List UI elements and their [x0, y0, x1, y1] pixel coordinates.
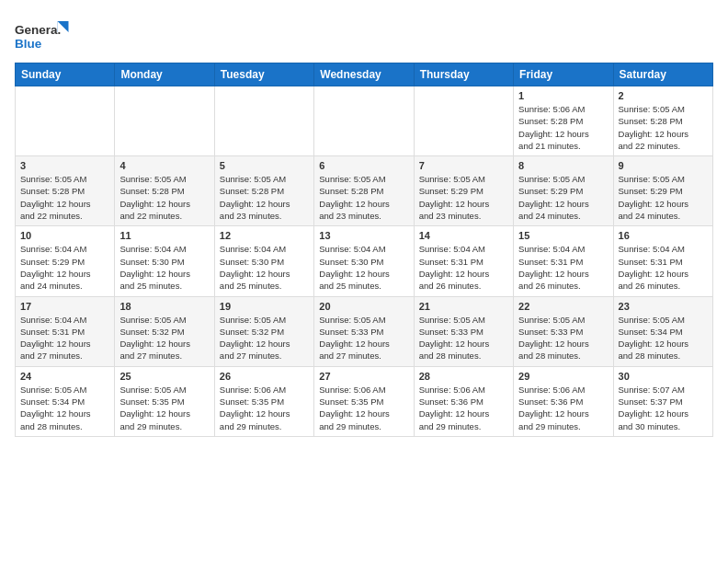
day-number: 18 [119, 301, 209, 312]
day-number: 16 [619, 230, 708, 241]
day-number: 22 [518, 301, 608, 312]
day-number: 3 [20, 160, 109, 171]
day-info: Sunrise: 5:05 AM Sunset: 5:28 PM Dayligh… [619, 103, 708, 152]
day-number: 9 [619, 160, 708, 171]
calendar-cell: 1Sunrise: 5:06 AM Sunset: 5:28 PM Daylig… [514, 86, 613, 156]
day-info: Sunrise: 5:05 AM Sunset: 5:28 PM Dayligh… [119, 173, 209, 222]
day-number: 23 [619, 301, 708, 312]
calendar-cell: 28Sunrise: 5:06 AM Sunset: 5:36 PM Dayli… [414, 366, 513, 436]
day-number: 15 [518, 230, 608, 241]
day-number: 14 [419, 230, 508, 241]
weekday-header-thursday: Thursday [414, 63, 513, 86]
day-info: Sunrise: 5:07 AM Sunset: 5:37 PM Dayligh… [619, 384, 708, 432]
calendar-cell: 27Sunrise: 5:06 AM Sunset: 5:35 PM Dayli… [314, 366, 414, 436]
week-row-2: 3Sunrise: 5:05 AM Sunset: 5:28 PM Daylig… [16, 156, 713, 226]
weekday-header-sunday: Sunday [16, 63, 115, 86]
calendar-cell: 14Sunrise: 5:04 AM Sunset: 5:31 PM Dayli… [414, 226, 513, 296]
calendar-cell: 8Sunrise: 5:05 AM Sunset: 5:29 PM Daylig… [514, 156, 613, 226]
day-info: Sunrise: 5:05 AM Sunset: 5:28 PM Dayligh… [220, 173, 309, 222]
day-number: 17 [20, 301, 109, 312]
calendar-cell: 22Sunrise: 5:05 AM Sunset: 5:33 PM Dayli… [514, 296, 613, 366]
day-info: Sunrise: 5:06 AM Sunset: 5:35 PM Dayligh… [220, 384, 309, 432]
calendar-cell: 24Sunrise: 5:05 AM Sunset: 5:34 PM Dayli… [16, 366, 115, 436]
calendar-cell: 2Sunrise: 5:05 AM Sunset: 5:28 PM Daylig… [613, 86, 712, 156]
day-info: Sunrise: 5:05 AM Sunset: 5:29 PM Dayligh… [518, 173, 608, 222]
calendar-cell: 3Sunrise: 5:05 AM Sunset: 5:28 PM Daylig… [16, 156, 115, 226]
day-info: Sunrise: 5:06 AM Sunset: 5:28 PM Dayligh… [518, 103, 608, 152]
weekday-header-wednesday: Wednesday [314, 63, 414, 86]
day-info: Sunrise: 5:05 AM Sunset: 5:33 PM Dayligh… [319, 314, 408, 362]
day-number: 25 [119, 371, 209, 382]
day-info: Sunrise: 5:05 AM Sunset: 5:28 PM Dayligh… [20, 173, 109, 222]
logo-icon: GeneralBlue [15, 15, 70, 55]
calendar-cell [16, 86, 115, 156]
logo: GeneralBlue [15, 15, 70, 55]
day-number: 11 [119, 230, 209, 241]
calendar-cell: 23Sunrise: 5:05 AM Sunset: 5:34 PM Dayli… [613, 296, 712, 366]
calendar-table: SundayMondayTuesdayWednesdayThursdayFrid… [15, 63, 713, 437]
svg-text:Blue: Blue [15, 37, 42, 51]
day-info: Sunrise: 5:05 AM Sunset: 5:29 PM Dayligh… [619, 173, 708, 222]
calendar-cell: 12Sunrise: 5:04 AM Sunset: 5:30 PM Dayli… [214, 226, 313, 296]
calendar-cell: 10Sunrise: 5:04 AM Sunset: 5:29 PM Dayli… [16, 226, 115, 296]
day-info: Sunrise: 5:05 AM Sunset: 5:28 PM Dayligh… [319, 173, 408, 222]
day-info: Sunrise: 5:04 AM Sunset: 5:29 PM Dayligh… [20, 243, 109, 292]
calendar-cell [314, 86, 414, 156]
weekday-header-friday: Friday [514, 63, 613, 86]
calendar-cell: 25Sunrise: 5:05 AM Sunset: 5:35 PM Dayli… [115, 366, 214, 436]
day-number: 1 [518, 90, 608, 101]
calendar-cell: 4Sunrise: 5:05 AM Sunset: 5:28 PM Daylig… [115, 156, 214, 226]
day-number: 12 [220, 230, 309, 241]
page-header: GeneralBlue [15, 15, 713, 55]
day-number: 26 [220, 371, 309, 382]
svg-text:General: General [15, 23, 61, 37]
day-number: 10 [20, 230, 109, 241]
day-info: Sunrise: 5:06 AM Sunset: 5:36 PM Dayligh… [518, 384, 608, 432]
day-number: 2 [619, 90, 708, 101]
day-info: Sunrise: 5:04 AM Sunset: 5:30 PM Dayligh… [220, 243, 309, 292]
calendar-cell: 11Sunrise: 5:04 AM Sunset: 5:30 PM Dayli… [115, 226, 214, 296]
calendar-cell: 7Sunrise: 5:05 AM Sunset: 5:29 PM Daylig… [414, 156, 513, 226]
day-number: 13 [319, 230, 408, 241]
day-info: Sunrise: 5:04 AM Sunset: 5:31 PM Dayligh… [419, 243, 508, 292]
calendar-cell [414, 86, 513, 156]
weekday-header-monday: Monday [115, 63, 214, 86]
day-info: Sunrise: 5:04 AM Sunset: 5:30 PM Dayligh… [119, 243, 209, 292]
day-info: Sunrise: 5:05 AM Sunset: 5:32 PM Dayligh… [220, 314, 309, 362]
weekday-header-tuesday: Tuesday [214, 63, 313, 86]
week-row-4: 17Sunrise: 5:04 AM Sunset: 5:31 PM Dayli… [16, 296, 713, 366]
calendar-cell: 5Sunrise: 5:05 AM Sunset: 5:28 PM Daylig… [214, 156, 313, 226]
calendar-cell: 21Sunrise: 5:05 AM Sunset: 5:33 PM Dayli… [414, 296, 513, 366]
weekday-header-row: SundayMondayTuesdayWednesdayThursdayFrid… [16, 63, 713, 86]
day-number: 7 [419, 160, 508, 171]
day-number: 24 [20, 371, 109, 382]
day-number: 4 [119, 160, 209, 171]
day-number: 19 [220, 301, 309, 312]
day-number: 28 [419, 371, 508, 382]
day-info: Sunrise: 5:05 AM Sunset: 5:33 PM Dayligh… [518, 314, 608, 362]
day-number: 5 [220, 160, 309, 171]
day-info: Sunrise: 5:06 AM Sunset: 5:36 PM Dayligh… [419, 384, 508, 432]
day-info: Sunrise: 5:04 AM Sunset: 5:31 PM Dayligh… [20, 314, 109, 362]
day-number: 29 [518, 371, 608, 382]
day-number: 21 [419, 301, 508, 312]
calendar-cell [115, 86, 214, 156]
calendar-cell: 18Sunrise: 5:05 AM Sunset: 5:32 PM Dayli… [115, 296, 214, 366]
calendar-cell: 26Sunrise: 5:06 AM Sunset: 5:35 PM Dayli… [214, 366, 313, 436]
day-number: 27 [319, 371, 408, 382]
day-info: Sunrise: 5:04 AM Sunset: 5:31 PM Dayligh… [619, 243, 708, 292]
calendar-cell: 19Sunrise: 5:05 AM Sunset: 5:32 PM Dayli… [214, 296, 313, 366]
day-number: 8 [518, 160, 608, 171]
week-row-5: 24Sunrise: 5:05 AM Sunset: 5:34 PM Dayli… [16, 366, 713, 436]
calendar-cell: 29Sunrise: 5:06 AM Sunset: 5:36 PM Dayli… [514, 366, 613, 436]
calendar-cell: 20Sunrise: 5:05 AM Sunset: 5:33 PM Dayli… [314, 296, 414, 366]
calendar-cell: 9Sunrise: 5:05 AM Sunset: 5:29 PM Daylig… [613, 156, 712, 226]
day-info: Sunrise: 5:05 AM Sunset: 5:34 PM Dayligh… [20, 384, 109, 432]
calendar-cell: 30Sunrise: 5:07 AM Sunset: 5:37 PM Dayli… [613, 366, 712, 436]
calendar-cell: 15Sunrise: 5:04 AM Sunset: 5:31 PM Dayli… [514, 226, 613, 296]
calendar-cell: 6Sunrise: 5:05 AM Sunset: 5:28 PM Daylig… [314, 156, 414, 226]
week-row-3: 10Sunrise: 5:04 AM Sunset: 5:29 PM Dayli… [16, 226, 713, 296]
day-number: 6 [319, 160, 408, 171]
day-info: Sunrise: 5:05 AM Sunset: 5:32 PM Dayligh… [119, 314, 209, 362]
day-number: 20 [319, 301, 408, 312]
